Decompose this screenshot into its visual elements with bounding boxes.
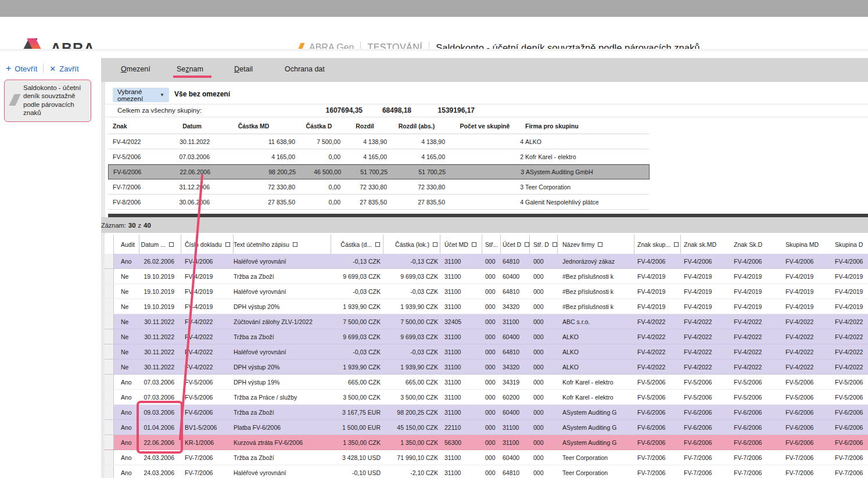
journal-cell: FV-4/2022	[731, 344, 783, 359]
journal-row[interactable]: Ne19.10.2019FV-4/2019DPH výstup 20%1 939…	[105, 299, 868, 314]
groups-column-header[interactable]: Datum	[174, 123, 212, 130]
close-button[interactable]: ✕ Zavřít	[49, 64, 78, 73]
journal-cell: FV-4/2019	[832, 284, 868, 299]
journal-cell: Tržba za Zboží	[234, 450, 331, 465]
journal-column-header[interactable]: Skupina D	[832, 235, 868, 254]
journal-cell: 1 350,00 CZK	[383, 435, 440, 450]
journal-cell: FV-4/2022	[634, 360, 681, 374]
journal-row[interactable]: Ne30.11.2022FV-4/2022Zúčtování zálohy ZL…	[105, 314, 868, 329]
journal-column-header[interactable]: Účet D	[501, 235, 530, 254]
selected-restriction-dropdown[interactable]: Vybrané omezení ▼	[113, 88, 169, 102]
journal-cell: FV-4/2022	[832, 344, 868, 359]
journal-row[interactable]: Ano09.03.2006FV-6/2006Tržba za Zboží3 16…	[105, 405, 868, 420]
column-filter-checkbox[interactable]	[674, 242, 679, 247]
open-agenda-card[interactable]: Saldokonto - účetní deník souvztažně pod…	[4, 80, 91, 122]
column-filter-checkbox[interactable]	[525, 242, 529, 247]
journal-column-header[interactable]: Název firmy	[558, 235, 634, 254]
journal-cell: Ne	[114, 360, 139, 374]
journal-column-header[interactable]: Znak sk.MD	[681, 235, 731, 254]
journal-column-header[interactable]: Datum ...	[139, 235, 181, 254]
journal-column-header[interactable]: Znak Sk.D	[731, 235, 783, 254]
column-filter-checkbox[interactable]	[375, 242, 380, 247]
journal-cell: 24.03.2006	[139, 465, 181, 478]
groups-cell: 4 165,00	[388, 153, 446, 160]
groups-row[interactable]: FV-7/200631.12.200672 330,800,0072 330,8…	[108, 179, 649, 195]
column-filter-checkbox[interactable]	[553, 242, 557, 247]
journal-cell: FV-4/2022	[783, 329, 832, 344]
column-filter-checkbox[interactable]	[433, 242, 437, 247]
record-of-word: z	[138, 222, 142, 229]
journal-column-header[interactable]: Stř. D	[530, 235, 558, 254]
journal-row[interactable]: Ano24.03.2006FV-7/2006Tržba za Zboží3 42…	[105, 450, 868, 465]
journal-cell: FV-4/2019	[181, 284, 234, 299]
journal-cell: Ano	[114, 405, 139, 419]
journal-row[interactable]: Ne19.10.2019FV-4/2019Tržba za Zboží9 699…	[105, 269, 868, 284]
row-indicator-cell	[105, 435, 114, 450]
journal-column-header[interactable]: Účet MD	[440, 235, 482, 254]
groups-column-header[interactable]: Rozdíl (abs.)	[388, 123, 446, 130]
column-filter-checkbox[interactable]	[293, 242, 297, 247]
groups-column-header[interactable]: Rozdíl	[343, 123, 388, 130]
journal-row[interactable]: Ano24.03.2006FV-7/2006Haléřové vyrovnání…	[105, 465, 868, 478]
journal-column-label: Skupina MD	[785, 241, 819, 248]
journal-column-header[interactable]: Stř...	[482, 235, 501, 254]
journal-row[interactable]: Ne30.11.2022FV-4/2022Tržba za Zboží9 699…	[105, 329, 868, 344]
groups-cell: FV-8/2006	[108, 199, 174, 206]
journal-column-header[interactable]: Audit	[114, 235, 139, 254]
journal-cell: FV-6/2006	[181, 405, 234, 419]
journal-cell: 7 500,00 CZK	[383, 314, 440, 329]
journal-cell: 19.10.2019	[139, 269, 181, 283]
groups-column-header[interactable]: Částka MD	[212, 123, 297, 130]
tab-ochrana-dat[interactable]: Ochrana dat	[285, 65, 325, 73]
journal-row[interactable]: Ne30.11.2022FV-4/2022DPH výstup 20%1 939…	[105, 360, 868, 375]
groups-cell: 31.12.2006	[174, 184, 212, 191]
groups-row-selected[interactable]: FV-6/200622.06.200698 200,2546 500,0051 …	[108, 164, 650, 179]
journal-column-header[interactable]: Text účetního zápisu	[234, 235, 331, 254]
tab-omezeni[interactable]: Omezení	[121, 65, 150, 73]
journal-column-header[interactable]: Částka (d...	[331, 235, 383, 254]
tab-seznam[interactable]: Seznam	[177, 65, 203, 73]
groups-column-header[interactable]: Částka D	[297, 123, 343, 130]
column-filter-checkbox[interactable]	[169, 242, 174, 247]
journal-column-header[interactable]: Skupina MD	[783, 235, 832, 254]
journal-column-header[interactable]: Číslo dokladu	[181, 235, 234, 254]
journal-row[interactable]: Ano26.02.2006FV-4/2006Haléřové vyrovnání…	[105, 254, 868, 269]
app-header: ABRA ABRA Gen TESTOVÁNÍ Saldokonto - úče…	[0, 17, 868, 49]
journal-cell: Ano	[114, 450, 139, 465]
groups-row[interactable]: FV-4/202230.11.202211 638,907 500,004 13…	[108, 134, 649, 149]
journal-cell: 000	[482, 435, 501, 450]
groups-column-header[interactable]: Znak	[108, 123, 174, 130]
journal-cell: FV-7/2006	[731, 465, 783, 478]
journal-cell: 000	[482, 284, 501, 299]
journal-row[interactable]: Ano07.03.2006FV-5/2006Tržba za Práce / s…	[105, 390, 868, 405]
journal-cell: FV-4/2022	[681, 329, 731, 344]
open-button[interactable]: + Otevřít	[6, 64, 37, 73]
tab-detail[interactable]: Detail	[234, 65, 253, 73]
column-filter-checkbox[interactable]	[472, 242, 476, 247]
groups-column-header[interactable]: Počet ve skupině	[446, 123, 523, 130]
journal-column-header[interactable]: Znak skup...	[634, 235, 681, 254]
journal-row[interactable]: Ne19.10.2019FV-4/2019Haléřové vyrovnání-…	[105, 284, 868, 299]
journal-cell: FV-4/2019	[634, 284, 681, 299]
journal-cell: 34320	[501, 299, 530, 314]
journal-cell: Teer Corporation	[558, 450, 634, 465]
journal-row[interactable]: Ano07.03.2006FV-5/2006DPH výstup 19%665,…	[105, 375, 868, 390]
tab-label-part: O	[121, 65, 127, 73]
groups-row[interactable]: FV-8/200630.06.200627 835,500,0027 835,5…	[108, 195, 649, 210]
groups-column-header[interactable]: Firma pro skupinu	[523, 123, 649, 130]
journal-cell: 22110	[440, 420, 482, 434]
column-filter-checkbox[interactable]	[225, 242, 230, 247]
journal-cell: Haléřové vyrovnání	[234, 465, 331, 478]
journal-cell: FV-7/2006	[783, 450, 832, 465]
journal-cell: FV-4/2022	[783, 314, 832, 329]
journal-row[interactable]: Ano01.04.2006BV1-5/2006Platba FV-6/20061…	[105, 420, 868, 435]
groups-row[interactable]: FV-5/200607.03.20064 165,000,004 165,004…	[108, 149, 649, 164]
journal-cell: 9 699,03 CZK	[383, 329, 440, 344]
journal-cell: FV-4/2019	[634, 299, 681, 314]
journal-cell: 000	[530, 299, 558, 314]
column-filter-checkbox[interactable]	[598, 242, 602, 247]
journal-row[interactable]: Ne30.11.2022FV-4/2022Haléřové vyrovnání-…	[105, 344, 868, 360]
journal-column-header[interactable]: Částka (lok.)	[383, 235, 440, 254]
journal-row-highlighted[interactable]: Ano22.06.2006KR-1/2006Kurzová ztráta FV-…	[105, 435, 868, 450]
journal-cell: FV-7/2006	[634, 465, 681, 478]
